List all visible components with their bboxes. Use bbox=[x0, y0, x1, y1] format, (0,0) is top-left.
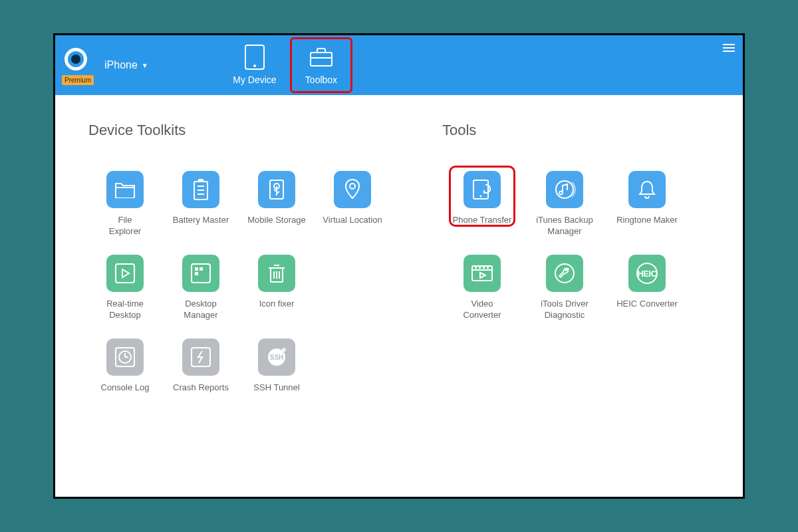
clock-icon bbox=[106, 338, 144, 376]
tile-label: Desktop Manager bbox=[184, 299, 217, 321]
tile-itunes-backup[interactable]: iTunes Backup Manager bbox=[525, 168, 604, 240]
svg-rect-42 bbox=[487, 267, 489, 269]
phone-transfer-icon bbox=[464, 171, 501, 208]
tile-label: Ringtone Maker bbox=[616, 215, 678, 237]
svg-rect-6 bbox=[198, 179, 203, 182]
toolbox-icon bbox=[309, 45, 333, 69]
svg-marker-15 bbox=[122, 269, 129, 277]
bolt-icon bbox=[182, 338, 219, 376]
svg-point-36 bbox=[556, 181, 573, 198]
tools-section: Tools Phone Transfer iTunes Backup Manag… bbox=[442, 122, 687, 483]
svg-rect-39 bbox=[475, 267, 477, 269]
tile-battery-master[interactable]: Battery Master bbox=[164, 168, 237, 240]
tile-desktop-manager[interactable]: Desktop Manager bbox=[164, 252, 237, 324]
tile-label: iTools Driver Diagnostic bbox=[541, 299, 589, 321]
tablet-icon bbox=[243, 45, 267, 69]
svg-rect-14 bbox=[116, 264, 134, 283]
usb-icon bbox=[258, 171, 295, 208]
tile-ssh-tunnel[interactable]: SSH SSH Tunnel bbox=[240, 336, 313, 408]
section-title: Tools bbox=[442, 122, 687, 139]
tile-label: Mobile Storage bbox=[247, 215, 305, 237]
tile-label: Video Converter bbox=[463, 299, 501, 321]
tile-label: File Explorer bbox=[109, 215, 141, 237]
header-tabs: My Device Toolbox bbox=[221, 35, 354, 95]
brand-area: Premium iPhone ▼ bbox=[55, 35, 208, 95]
device-toolkits-section: Device Toolkits File Explorer Battery Ma… bbox=[88, 122, 389, 483]
battery-icon bbox=[182, 171, 219, 208]
tile-label: iTunes Backup Manager bbox=[536, 215, 593, 237]
svg-rect-2 bbox=[311, 53, 332, 66]
tile-label: Virtual Location bbox=[323, 215, 382, 237]
svg-rect-41 bbox=[483, 267, 485, 269]
location-icon bbox=[334, 171, 371, 208]
tab-label: Toolbox bbox=[305, 74, 337, 85]
svg-rect-18 bbox=[200, 267, 203, 271]
tile-label: Phone Transfer bbox=[453, 215, 512, 237]
app-window: Premium iPhone ▼ My Device bbox=[53, 33, 745, 499]
device-selector[interactable]: iPhone ▼ bbox=[104, 59, 148, 71]
device-toolkits-grid: File Explorer Battery Master Mobile Stor… bbox=[88, 168, 389, 408]
tile-realtime-desktop[interactable]: Real-time Desktop bbox=[88, 252, 162, 324]
play-icon bbox=[106, 255, 144, 292]
svg-rect-16 bbox=[192, 264, 210, 283]
svg-point-33 bbox=[282, 348, 286, 352]
tab-label: My Device bbox=[233, 74, 276, 85]
tile-label: Console Log bbox=[101, 382, 150, 405]
wrench-icon bbox=[546, 255, 583, 292]
tile-crash-reports[interactable]: Crash Reports bbox=[164, 336, 237, 408]
heic-icon: HEIC bbox=[628, 255, 666, 292]
svg-text:SSH: SSH bbox=[270, 354, 284, 361]
tile-mobile-storage[interactable]: Mobile Storage bbox=[240, 168, 313, 240]
itunes-icon bbox=[546, 171, 583, 208]
tile-heic-converter[interactable]: HEIC HEIC Converter bbox=[607, 252, 687, 324]
tile-label: Icon fixer bbox=[259, 299, 295, 321]
heic-text: HEIC bbox=[637, 269, 656, 279]
tile-phone-transfer[interactable]: Phone Transfer bbox=[442, 168, 522, 240]
video-icon bbox=[464, 255, 501, 292]
svg-rect-17 bbox=[195, 267, 198, 271]
tab-toolbox[interactable]: Toolbox bbox=[288, 35, 354, 95]
svg-rect-40 bbox=[479, 267, 481, 269]
folder-icon bbox=[106, 171, 144, 208]
premium-badge: Premium bbox=[62, 75, 94, 85]
section-title: Device Toolkits bbox=[88, 122, 389, 139]
header: Premium iPhone ▼ My Device bbox=[55, 35, 743, 95]
app-logo: Premium bbox=[65, 45, 98, 85]
tile-virtual-location[interactable]: Virtual Location bbox=[316, 168, 389, 240]
svg-point-35 bbox=[480, 196, 482, 198]
tile-label: Real-time Desktop bbox=[106, 299, 144, 321]
tile-ringtone-maker[interactable]: Ringtone Maker bbox=[607, 168, 687, 240]
svg-point-1 bbox=[253, 65, 256, 67]
tile-label: SSH Tunnel bbox=[253, 382, 299, 405]
tile-label: HEIC Converter bbox=[616, 299, 678, 321]
content-area: Device Toolkits File Explorer Battery Ma… bbox=[55, 95, 743, 497]
tools-grid: Phone Transfer iTunes Backup Manager Rin… bbox=[442, 168, 687, 324]
trash-icon bbox=[258, 255, 295, 292]
svg-marker-43 bbox=[480, 273, 485, 278]
tile-driver-diagnostic[interactable]: iTools Driver Diagnostic bbox=[525, 252, 604, 324]
ssh-icon: SSH bbox=[258, 338, 295, 376]
grid-icon bbox=[182, 255, 219, 292]
bell-icon bbox=[628, 171, 666, 208]
tile-icon-fixer[interactable]: Icon fixer bbox=[240, 252, 313, 324]
tile-console-log[interactable]: Console Log bbox=[88, 336, 162, 408]
hamburger-menu-icon[interactable] bbox=[723, 42, 735, 54]
tile-label: Battery Master bbox=[173, 215, 229, 237]
svg-point-13 bbox=[350, 184, 355, 189]
device-name: iPhone bbox=[104, 59, 138, 71]
tile-label: Crash Reports bbox=[173, 382, 229, 405]
chevron-down-icon: ▼ bbox=[142, 62, 148, 69]
svg-rect-19 bbox=[195, 272, 198, 275]
tile-file-explorer[interactable]: File Explorer bbox=[88, 168, 162, 240]
tile-video-converter[interactable]: Video Converter bbox=[442, 252, 522, 324]
tab-my-device[interactable]: My Device bbox=[221, 35, 288, 95]
